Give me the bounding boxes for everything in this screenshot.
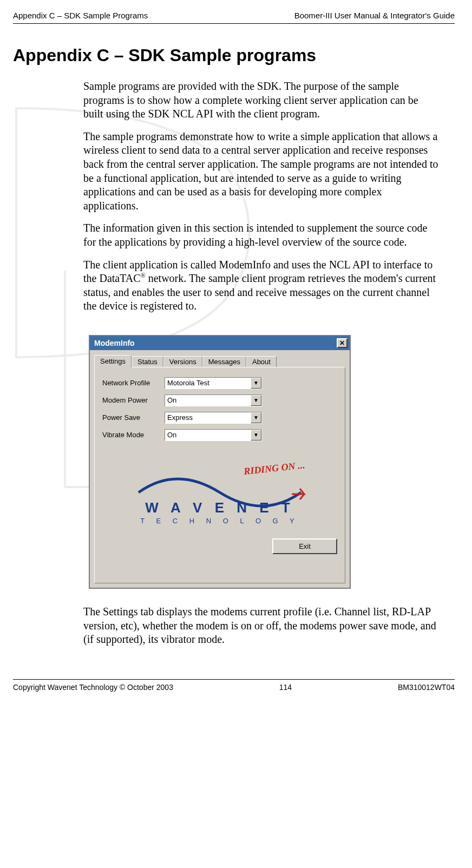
chevron-down-icon[interactable]: ▼ [251, 412, 261, 423]
footer-rule [13, 679, 455, 680]
combo-network-profile-value: Motorola Test [165, 378, 251, 389]
window-title: ModemInfo [94, 339, 135, 347]
paragraph-1: Sample programs are provided with the SD… [83, 80, 438, 121]
tab-settings[interactable]: Settings [94, 355, 132, 367]
settings-panel: Network Profile Motorola Test ▼ Modem Po… [94, 367, 345, 583]
combo-modem-power[interactable]: On ▼ [165, 394, 262, 406]
combo-network-profile[interactable]: Motorola Test ▼ [165, 377, 262, 389]
paragraph-5: The Settings tab displays the modems cur… [83, 605, 438, 647]
exit-button[interactable]: Exit [272, 538, 337, 554]
label-vibrate-mode: Vibrate Mode [102, 431, 165, 439]
paragraph-2: The sample programs demonstrate how to w… [83, 130, 438, 213]
combo-power-save[interactable]: Express ▼ [165, 412, 262, 424]
chevron-down-icon[interactable]: ▼ [251, 430, 261, 440]
chevron-down-icon[interactable]: ▼ [251, 378, 261, 389]
combo-vibrate-mode-value: On [165, 430, 251, 440]
combo-modem-power-value: On [165, 395, 251, 406]
chevron-down-icon[interactable]: ▼ [251, 395, 261, 406]
page-title: Appendix C – SDK Sample programs [13, 45, 455, 65]
tabstrip: Settings Status Versions Messages About [90, 350, 350, 367]
header-rule [13, 23, 455, 24]
footer-center: 114 [279, 683, 292, 692]
logo-sub: T E C H N O L O G Y [140, 517, 299, 525]
footer-right: BM310012WT04 [398, 683, 455, 692]
footer-left: Copyright Wavenet Technology © October 2… [13, 683, 173, 692]
logo-brand: W A V E N E T [145, 499, 294, 516]
window-titlebar[interactable]: ModemInfo ✕ [90, 336, 350, 350]
combo-power-save-value: Express [165, 412, 251, 423]
paragraph-4: The client application is called ModemIn… [83, 258, 438, 313]
label-modem-power: Modem Power [102, 396, 165, 404]
paragraph-3: The information given in this section is… [83, 221, 438, 249]
wavenet-logo: RIDING ON ... W A V E N E T T E C H N O … [102, 463, 337, 528]
combo-vibrate-mode[interactable]: On ▼ [165, 429, 262, 441]
label-network-profile: Network Profile [102, 379, 165, 387]
header-right: Boomer-III User Manual & Integrator's Gu… [294, 11, 455, 20]
modeminfo-window: ModemInfo ✕ Settings Status Versions Mes… [89, 335, 351, 589]
logo-tagline: RIDING ON ... [242, 463, 305, 477]
close-icon[interactable]: ✕ [337, 338, 348, 348]
header-left: Appendix C – SDK Sample Programs [13, 11, 148, 20]
label-power-save: Power Save [102, 413, 165, 422]
